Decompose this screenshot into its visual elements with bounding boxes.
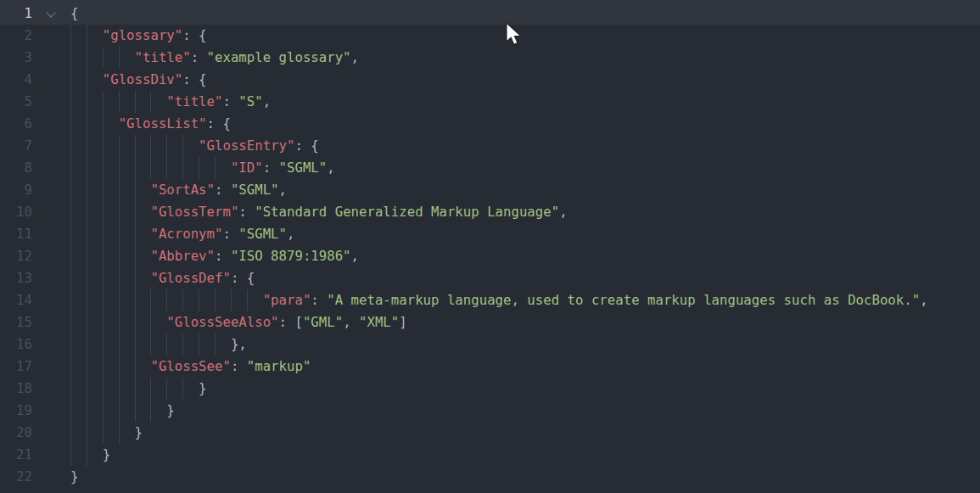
indent-guide [87,91,87,113]
indent-guide [119,157,120,179]
indent-guide [135,157,136,179]
line-number[interactable]: 3 [0,47,32,69]
code-line[interactable]: 22} [0,466,980,488]
code-text: "Abbrev": "ISO 8879:1986", [150,245,359,267]
indent-guide [119,223,120,245]
code-line[interactable]: 13"GlossDef": { [0,267,980,289]
indent-guide [87,400,87,422]
line-number[interactable]: 16 [0,333,32,356]
indent-guide [247,289,248,311]
indent-guide [135,179,136,201]
json-string: "XML" [359,314,399,330]
code-line[interactable]: 20} [0,422,980,444]
line-number[interactable]: 11 [0,223,32,245]
indent-guide [87,289,87,311]
code-content: "GlossSeeAlso": ["GML", "XML"] [70,311,407,333]
indent-guide [103,135,104,157]
line-number[interactable]: 12 [0,245,32,267]
code-line[interactable]: 12"Abbrev": "ISO 8879:1986", [0,245,980,267]
indent-guide [70,444,71,466]
code-line[interactable]: 14"para": "A meta-markup language, used … [0,289,980,311]
line-number[interactable]: 2 [0,25,32,47]
line-number[interactable]: 7 [0,135,32,157]
code-line[interactable]: 10"GlossTerm": "Standard Generalized Mar… [0,201,980,223]
line-number[interactable]: 20 [0,422,32,444]
code-line[interactable]: 5"title": "S", [0,91,980,113]
json-string: "SGML" [231,182,279,198]
json-punctuation: , [327,160,334,176]
editor-surface[interactable]: 1{2"glossary": {3"title": "example gloss… [0,0,980,493]
code-text: "Acronym": "SGML", [150,223,294,245]
indent-guide [103,267,104,289]
line-number[interactable]: 18 [0,378,32,400]
json-punctuation: } [166,402,174,418]
json-key: "para" [263,292,311,308]
indent-guide [166,135,167,157]
code-line[interactable]: 2"glossary": { [0,25,980,47]
json-key: "Abbrev" [150,248,215,264]
line-number[interactable]: 19 [0,400,32,422]
code-line[interactable]: 11"Acronym": "SGML", [0,223,980,245]
chevron-down-icon[interactable] [46,8,55,17]
json-string: "Standard Generalized Markup Language" [255,204,559,220]
code-line[interactable]: 15"GlossSeeAlso": ["GML", "XML"] [0,311,980,333]
indent-guide [119,422,120,444]
indent-guide [215,157,216,179]
indent-guide [182,333,183,356]
code-text: "para": "A meta-markup language, used to… [263,289,928,311]
json-punctuation: : [222,93,238,109]
line-number[interactable]: 17 [0,356,32,378]
json-key: "ID" [231,160,263,176]
code-line[interactable]: 17"GlossSee": "markup" [0,356,980,378]
code-line[interactable]: 19} [0,400,980,422]
line-number[interactable]: 22 [0,466,32,488]
line-number[interactable]: 4 [0,69,32,91]
code-line[interactable]: 3"title": "example glossary", [0,47,980,69]
code-line[interactable]: 1{ [0,3,980,25]
indent-guide [166,333,167,356]
indent-guide [87,157,87,179]
indent-guide [103,223,104,245]
json-punctuation: : [ [279,314,303,330]
code-line[interactable]: 16}, [0,333,980,356]
indent-guide [119,289,120,311]
json-key: "GlossList" [119,115,207,132]
line-number[interactable]: 13 [0,267,32,289]
indent-guide [182,157,183,179]
code-content: "Acronym": "SGML", [70,223,294,245]
code-content: } [70,444,110,466]
indent-guide [119,333,120,356]
indent-guide [103,113,104,135]
json-punctuation: }, [231,336,247,352]
code-content: "GlossSee": "markup" [70,356,311,378]
code-line[interactable]: 8"ID": "SGML", [0,157,980,179]
line-number[interactable]: 5 [0,91,32,113]
code-content: } [70,378,207,400]
indent-guide [119,356,120,378]
indent-guide [70,267,71,289]
code-line[interactable]: 7"GlossEntry": { [0,135,980,157]
line-number[interactable]: 8 [0,157,32,179]
indent-guide [87,135,87,157]
code-line[interactable]: 6"GlossList": { [0,113,980,135]
line-number[interactable]: 10 [0,201,32,223]
code-text: "GlossSee": "markup" [150,356,311,378]
line-number[interactable]: 1 [0,3,32,25]
line-number[interactable]: 21 [0,444,32,466]
code-line[interactable]: 18} [0,378,980,400]
code-content: "ID": "SGML", [70,157,335,179]
line-number[interactable]: 9 [0,179,32,201]
json-key: "GlossSeeAlso" [166,314,278,330]
indent-guide [103,378,104,400]
line-number[interactable]: 14 [0,289,32,311]
indent-guide [103,201,104,223]
indent-guide [119,179,120,201]
code-line[interactable]: 9"SortAs": "SGML", [0,179,980,201]
line-number[interactable]: 15 [0,311,32,333]
code-text: "GlossEntry": { [199,135,319,157]
code-line[interactable]: 4"GlossDiv": { [0,69,980,91]
json-punctuation: , [351,49,359,65]
line-number[interactable]: 6 [0,113,32,135]
indent-guide [135,378,136,400]
code-line[interactable]: 21} [0,444,980,466]
